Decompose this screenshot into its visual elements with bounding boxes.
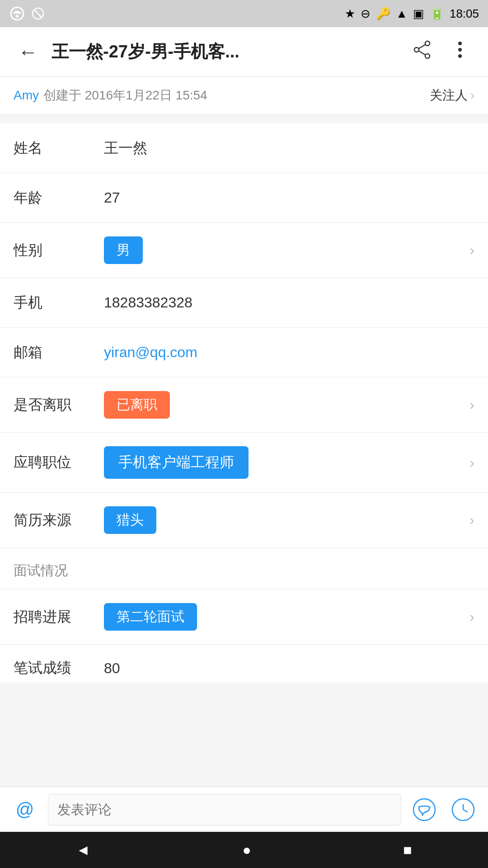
key-icon: 🔑 [376,7,390,21]
section-interview: 面试情况 [0,548,488,590]
label-resigned: 是否离职 [14,395,104,415]
field-phone: 手机 18283382328 [0,278,488,328]
signal-icon: ▲ [396,7,408,21]
recent-nav-button[interactable]: ■ [403,842,412,859]
source-chevron: › [469,512,474,528]
svg-line-15 [463,810,468,812]
svg-point-11 [458,54,462,58]
value-name: 王一然 [104,138,474,158]
bluetooth-icon: ★ [345,7,355,21]
page-title: 王一然-27岁-男-手机客... [52,40,399,63]
follow-chevron: › [470,88,474,103]
field-email: 邮箱 yiran@qq.com [0,328,488,377]
comment-icon-button[interactable] [408,794,440,826]
svg-point-12 [413,799,435,821]
value-age: 27 [104,189,474,206]
sim-icon: ▣ [413,7,424,21]
meta-info: Amy 创建于 2016年1月22日 15:54 [14,87,207,104]
nav-bar: ◄ ● ■ [0,832,488,868]
field-position[interactable]: 应聘职位 手机客户端工程师 › [0,433,488,493]
svg-point-4 [425,41,430,46]
svg-point-6 [425,54,430,58]
battery-icon: 🔋 [430,7,444,21]
field-resigned[interactable]: 是否离职 已离职 › [0,377,488,433]
creator-name[interactable]: Amy [14,88,39,103]
svg-line-7 [419,45,426,49]
at-button[interactable]: @ [9,794,41,826]
home-nav-button[interactable]: ● [242,842,251,859]
svg-point-5 [414,47,419,52]
more-button[interactable] [446,35,474,68]
time: 18:05 [450,7,479,21]
field-test-score: 笔试成绩 80 [0,645,488,683]
share-button[interactable] [408,35,436,68]
svg-point-10 [458,48,462,52]
back-nav-button[interactable]: ◄ [76,842,90,859]
label-gender: 性别 [14,241,104,260]
field-gender[interactable]: 性别 男 › [0,223,488,278]
status-bar-right: ★ ⊖ 🔑 ▲ ▣ 🔋 18:05 [345,7,479,21]
email-link[interactable]: yiran@qq.com [104,344,197,360]
label-name: 姓名 [14,138,104,158]
meta-bar: Amy 创建于 2016年1月22日 15:54 关注人 › [0,77,488,114]
value-test-score: 80 [104,660,474,677]
wifi-icon [30,5,46,22]
value-recruit-progress: 第二轮面试 [104,603,465,631]
label-source: 简历来源 [14,510,104,530]
gender-chevron: › [469,242,474,259]
status-bar: ★ ⊖ 🔑 ▲ ▣ 🔋 18:05 [0,0,488,27]
value-position: 手机客户端工程师 [104,446,465,479]
field-recruit-progress[interactable]: 招聘进展 第二轮面试 › [0,590,488,645]
label-recruit-progress: 招聘进展 [14,607,104,627]
value-resigned: 已离职 [104,391,465,419]
label-phone: 手机 [14,293,104,313]
follow-button[interactable]: 关注人 › [430,87,474,104]
field-source[interactable]: 简历来源 猎头 › [0,493,488,548]
main-content: 姓名 王一然 年龄 27 性别 男 › 手机 18283382328 邮箱 yi… [0,123,488,683]
comment-input[interactable] [48,794,401,826]
clock-icon-button[interactable] [447,794,479,826]
bottom-bar: @ [0,787,488,832]
label-position: 应聘职位 [14,453,104,472]
position-chevron: › [469,454,474,471]
value-email[interactable]: yiran@qq.com [104,344,474,361]
label-age: 年龄 [14,188,104,208]
app-bar: ← 王一然-27岁-男-手机客... [0,27,488,77]
source-badge: 猎头 [104,506,156,534]
gender-badge: 男 [104,236,143,264]
svg-point-1 [16,15,19,18]
value-phone: 18283382328 [104,294,474,311]
label-email: 邮箱 [14,343,104,363]
back-button[interactable]: ← [14,36,42,68]
follow-label: 关注人 [430,87,468,104]
svg-point-9 [458,42,462,45]
at-symbol: @ [16,799,34,820]
network-icon [9,5,25,22]
svg-line-8 [419,51,426,55]
recruit-progress-badge: 第二轮面试 [104,603,197,631]
created-text: 创建于 2016年1月22日 15:54 [43,87,207,104]
minus-icon: ⊖ [361,7,371,21]
status-bar-left [9,5,46,22]
svg-line-3 [34,10,42,17]
field-age: 年龄 27 [0,173,488,223]
position-badge: 手机客户端工程师 [104,446,249,479]
resigned-badge: 已离职 [104,391,170,419]
field-name: 姓名 王一然 [0,123,488,173]
value-gender: 男 [104,236,465,264]
value-source: 猎头 [104,506,465,534]
resigned-chevron: › [469,396,474,413]
recruit-progress-chevron: › [469,609,474,625]
label-test-score: 笔试成绩 [14,658,104,678]
